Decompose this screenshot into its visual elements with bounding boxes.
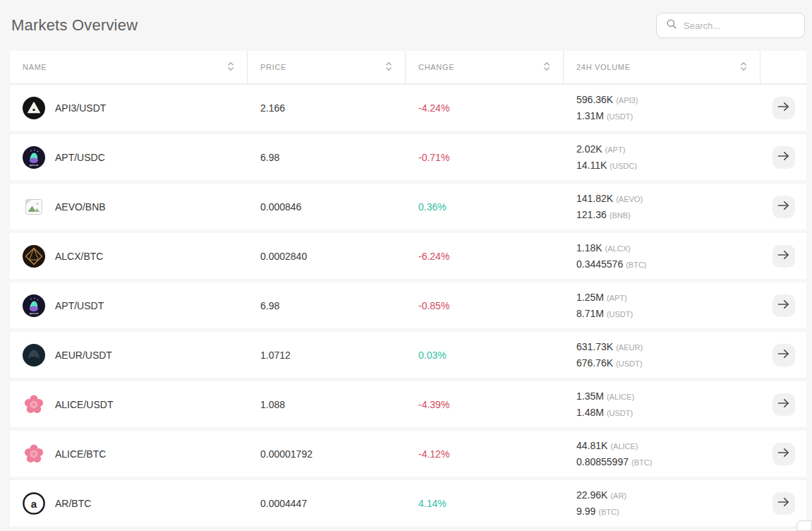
action-cell — [761, 245, 806, 268]
volume-value: 9.99 — [576, 506, 595, 517]
volume-value: 0.80855997 — [576, 456, 629, 467]
volume-value: 2.02K — [576, 143, 602, 155]
volume-asset-label: (BNB) — [610, 211, 631, 220]
column-header-volume[interactable]: 24H VOLUME — [564, 51, 761, 83]
volume-cell: 1.25M(APT)8.71M(USDT) — [564, 290, 761, 322]
table-row[interactable]: quncatAPT/USDT6.98-0.85%1.25M(APT)8.71M(… — [10, 282, 806, 328]
open-market-button[interactable] — [772, 245, 795, 268]
open-market-button[interactable] — [772, 97, 795, 119]
market-name-cell: ALICE/USDT — [10, 393, 248, 416]
aeur-coin-icon — [23, 344, 45, 366]
change-cell: -0.85% — [406, 300, 564, 311]
volume-value: 14.11K — [576, 160, 607, 171]
volume-value: 0.3445576 — [576, 258, 623, 270]
column-header-change[interactable]: CHANGE — [406, 51, 564, 83]
column-header-label: PRICE — [260, 63, 286, 71]
arrow-right-icon — [777, 250, 789, 262]
change-cell: -4.12% — [406, 448, 564, 460]
column-header-name[interactable]: NAME — [10, 51, 248, 83]
action-cell — [761, 492, 806, 515]
market-name-cell: ALCX/BTC — [10, 245, 248, 268]
volume-value: 1.18K — [576, 242, 602, 253]
volume-line: 2.02K(APT) — [576, 141, 748, 157]
volume-cell: 2.02K(APT)14.11K(USDC) — [564, 141, 761, 174]
table-row[interactable]: API3/USDT2.166-4.24%596.36K(API3)1.31M(U… — [10, 85, 806, 131]
table-row[interactable]: quncatAPT/USDC6.98-0.71%2.02K(APT)14.11K… — [10, 134, 806, 180]
volume-asset-label: (ALICE) — [610, 442, 638, 451]
page-title: Markets Overview — [11, 16, 138, 35]
change-cell: -0.71% — [406, 152, 564, 163]
pair-label: ALICE/BTC — [55, 448, 106, 460]
table-header-row: NAMEPRICECHANGE24H VOLUME — [10, 51, 806, 85]
price-cell: 0.00001792 — [248, 448, 406, 460]
open-market-button[interactable] — [772, 393, 795, 416]
arrow-right-icon — [777, 349, 789, 361]
change-cell: -4.24% — [406, 102, 564, 114]
open-market-button[interactable] — [772, 146, 795, 169]
sort-chevrons-icon[interactable] — [385, 61, 392, 73]
volume-line: 8.71M(USDT) — [576, 306, 748, 322]
table-row[interactable]: ALICE/BTC0.00001792-4.12%44.81K(ALICE)0.… — [10, 431, 806, 477]
column-header-label: NAME — [23, 63, 47, 71]
volume-asset-label: (BTC) — [626, 261, 646, 269]
change-cell: -6.24% — [406, 251, 564, 262]
apt-coin-icon: quncat — [23, 294, 45, 317]
volume-line: 1.48M(USDT) — [576, 405, 748, 421]
table-row[interactable]: ALICE/USDT1.088-4.39%1.35M(ALICE)1.48M(U… — [10, 381, 806, 427]
price-cell: 1.0712 — [248, 350, 406, 361]
aevo-coin-icon — [23, 196, 45, 218]
volume-asset-label: (AR) — [610, 491, 626, 500]
volume-cell: 1.18K(ALCX)0.3445576(BTC) — [564, 240, 761, 273]
market-name-cell: quncatAPT/USDC — [10, 146, 248, 169]
alcx-coin-icon — [23, 245, 45, 268]
api3-coin-icon — [23, 97, 45, 119]
action-cell — [761, 443, 806, 465]
volume-line: 1.25M(APT) — [576, 290, 748, 306]
action-cell — [761, 196, 806, 218]
volume-value: 1.25M — [576, 292, 604, 303]
volume-asset-label: (USDT) — [607, 112, 633, 121]
table-row[interactable]: aAR/BTC0.00044474.14%22.96K(AR)9.99(BTC) — [10, 480, 806, 526]
volume-asset-label: (BTC) — [631, 458, 652, 467]
volume-line: 1.31M(USDT) — [576, 108, 748, 124]
table-row[interactable]: ALCX/BTC0.0002840-6.24%1.18K(ALCX)0.3445… — [10, 233, 806, 279]
open-market-button[interactable] — [772, 492, 795, 515]
volume-asset-label: (AEUR) — [616, 343, 643, 352]
search-input[interactable] — [684, 20, 795, 31]
action-cell — [761, 344, 806, 366]
search-box[interactable] — [656, 13, 805, 38]
open-market-button[interactable] — [772, 196, 795, 218]
action-cell — [761, 146, 806, 169]
volume-asset-label: (USDT) — [616, 359, 642, 368]
volume-line: 44.81K(ALICE) — [576, 438, 748, 454]
sort-chevrons-icon[interactable] — [227, 61, 234, 73]
price-cell: 0.0004447 — [248, 498, 406, 509]
volume-line: 0.80855997(BTC) — [576, 454, 748, 470]
open-market-button[interactable] — [772, 443, 795, 465]
volume-cell: 44.81K(ALICE)0.80855997(BTC) — [564, 438, 761, 470]
column-header-price[interactable]: PRICE — [248, 51, 406, 83]
ar-coin-icon: a — [23, 492, 45, 515]
table-row[interactable]: AEVO/BNB0.0008460.36%141.82K(AEVO)121.36… — [10, 184, 806, 229]
open-market-button[interactable] — [772, 294, 795, 317]
volume-asset-label: (ALICE) — [607, 393, 634, 401]
price-cell: 0.000846 — [248, 201, 406, 213]
volume-asset-label: (API3) — [616, 96, 638, 105]
price-cell: 0.0002840 — [248, 251, 406, 262]
open-market-button[interactable] — [772, 344, 795, 366]
volume-cell: 141.82K(AEVO)121.36(BNB) — [564, 191, 761, 223]
volume-cell: 1.35M(ALICE)1.48M(USDT) — [564, 388, 761, 421]
volume-line: 676.76K(USDT) — [576, 355, 748, 371]
column-header-label: 24H VOLUME — [576, 63, 631, 71]
arrow-right-icon — [777, 102, 789, 114]
sort-chevrons-icon[interactable] — [543, 61, 550, 73]
markets-table: NAMEPRICECHANGE24H VOLUME API3/USDT2.166… — [10, 51, 806, 526]
svg-text:quncat: quncat — [30, 311, 39, 314]
pair-label: API3/USDT — [55, 102, 106, 114]
volume-value: 1.48M — [576, 407, 604, 418]
table-row[interactable]: AEUR/USDT1.07120.03%631.73K(AEUR)676.76K… — [10, 332, 806, 378]
volume-line: 22.96K(AR) — [576, 487, 748, 503]
sort-chevrons-icon[interactable] — [740, 61, 747, 73]
pair-label: ALICE/USDT — [55, 399, 113, 410]
top-bar: Markets Overview — [0, 0, 812, 51]
